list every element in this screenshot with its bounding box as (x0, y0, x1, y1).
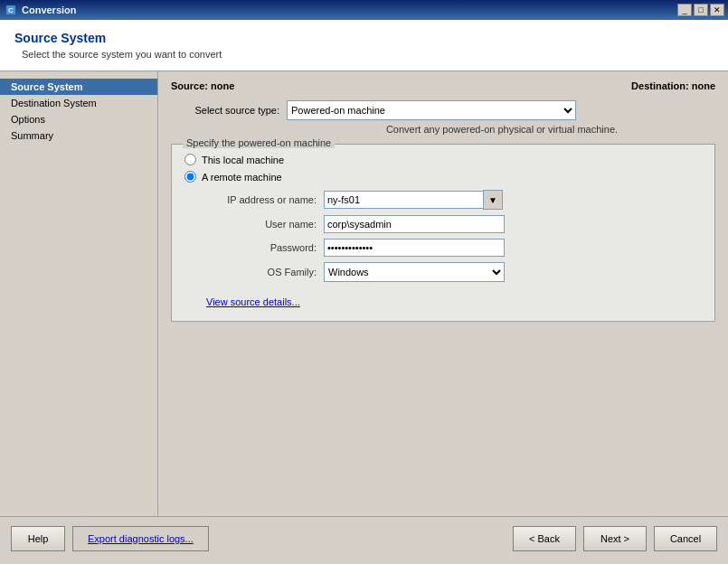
back-button[interactable]: < Back (513, 526, 576, 551)
os-family-label: OS Family: (206, 267, 324, 277)
window-controls[interactable]: _ □ ✕ (677, 4, 724, 16)
titlebar: C Conversion _ □ ✕ (0, 0, 728, 20)
ip-address-label: IP address or name: (206, 194, 324, 205)
main-layout: Source System Destination System Options… (0, 71, 728, 516)
convert-note: Convert any powered-on physical or virtu… (288, 124, 715, 135)
app-icon: C (4, 3, 18, 17)
close-button[interactable]: ✕ (710, 4, 724, 16)
help-button[interactable]: Help (11, 526, 65, 551)
view-source-details-link[interactable]: View source details... (206, 296, 300, 307)
cancel-button[interactable]: Cancel (654, 526, 717, 551)
sidebar-item-summary[interactable]: Summary (0, 127, 157, 144)
minimize-button[interactable]: _ (677, 4, 692, 16)
password-row: Password: (206, 239, 702, 257)
maximize-button[interactable]: □ (694, 4, 708, 16)
source-info: Source: none (171, 80, 234, 91)
remote-machine-radio[interactable] (184, 171, 196, 183)
source-dest-bar: Source: none Destination: none (171, 80, 715, 91)
username-row: User name: (206, 215, 702, 233)
local-machine-radio-row: This local machine (184, 154, 702, 165)
username-input[interactable] (324, 215, 505, 233)
source-type-select[interactable]: Powered-on machine Powered-off machine (287, 100, 576, 120)
ip-address-row: IP address or name: ▼ (206, 190, 702, 210)
header-section: Source System Select the source system y… (0, 20, 728, 71)
svg-text:C: C (8, 6, 14, 14)
footer: Help Export diagnostic logs... < Back Ne… (0, 516, 728, 559)
content-area: Source: none Destination: none Select so… (158, 71, 728, 516)
ip-address-field-group: ▼ (324, 190, 503, 210)
username-label: User name: (206, 219, 324, 230)
local-machine-label[interactable]: This local machine (202, 155, 284, 165)
select-source-type-row: Select source type: Powered-on machine P… (171, 100, 715, 120)
sidebar: Source System Destination System Options… (0, 71, 158, 516)
select-source-label: Select source type: (171, 105, 279, 116)
local-machine-radio[interactable] (184, 154, 196, 165)
footer-left: Help Export diagnostic logs... (11, 526, 506, 551)
password-input[interactable] (324, 239, 505, 257)
ip-dropdown-arrow[interactable]: ▼ (483, 190, 503, 210)
destination-info: Destination: none (631, 80, 715, 91)
ip-address-input[interactable] (324, 191, 483, 209)
next-button[interactable]: Next > (583, 526, 647, 551)
powered-on-machine-group: Specify the powered-on machine This loca… (171, 144, 715, 322)
os-family-select[interactable]: Windows Linux (324, 262, 505, 282)
password-label: Password: (206, 242, 324, 253)
group-box-title: Specify the powered-on machine (183, 137, 335, 148)
page-subtitle: Select the source system you want to con… (22, 49, 714, 60)
sidebar-item-options[interactable]: Options (0, 111, 157, 127)
export-logs-button[interactable]: Export diagnostic logs... (72, 526, 209, 551)
remote-machine-label[interactable]: A remote machine (202, 172, 282, 183)
os-family-row: OS Family: Windows Linux (206, 262, 702, 282)
footer-right: < Back Next > Cancel (513, 526, 717, 551)
remote-machine-fields: IP address or name: ▼ User name: Passwor… (206, 190, 702, 282)
window-title: Conversion (22, 5, 677, 15)
sidebar-item-destination-system[interactable]: Destination System (0, 95, 157, 111)
sidebar-item-source-system[interactable]: Source System (0, 79, 157, 95)
remote-machine-radio-row: A remote machine (184, 171, 702, 183)
page-title: Source System (14, 31, 714, 45)
